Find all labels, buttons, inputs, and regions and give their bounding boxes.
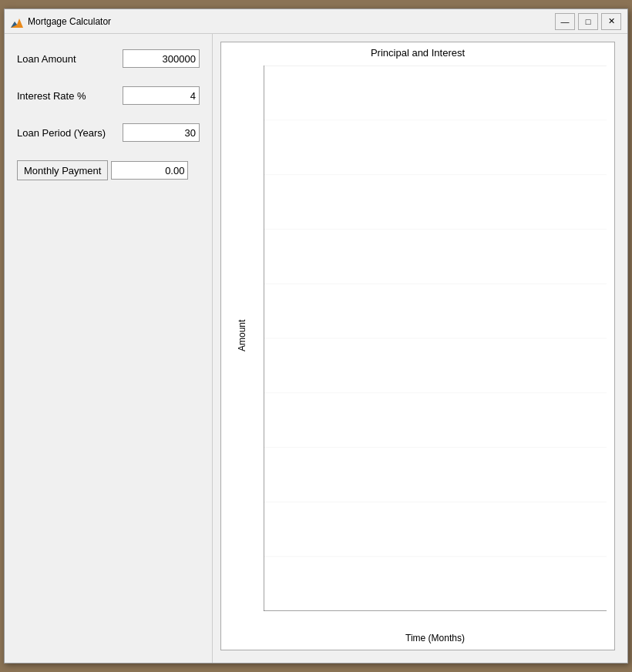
left-panel: Loan Amount Interest Rate % Loan Period …	[5, 34, 213, 663]
loan-period-label: Loan Period (Years)	[17, 127, 106, 139]
loan-amount-input[interactable]	[123, 49, 200, 68]
monthly-payment-row: Monthly Payment	[17, 160, 200, 180]
app-icon	[11, 15, 23, 28]
title-bar: Mortgage Calculator — □ ✕	[5, 9, 627, 34]
chart-container: Principal and Interest Amount Time (Mont…	[220, 42, 615, 650]
monthly-payment-result[interactable]	[111, 161, 188, 180]
title-bar-controls: — □ ✕	[555, 13, 621, 30]
interest-rate-label: Interest Rate %	[17, 90, 86, 102]
interest-rate-row: Interest Rate %	[17, 86, 200, 105]
loan-period-row: Loan Period (Years)	[17, 123, 200, 142]
main-window: Mortgage Calculator — □ ✕ Loan Amount In…	[4, 8, 628, 664]
minimize-button[interactable]: —	[555, 13, 575, 30]
y-axis-label: Amount	[237, 320, 247, 351]
title-bar-left: Mortgage Calculator	[11, 15, 111, 28]
chart-title: Principal and Interest	[221, 47, 614, 59]
chart-svg: 1 0.9 0.8 0.7 0.6 0.5 0.4	[264, 66, 607, 611]
x-axis-label: Time (Months)	[264, 633, 607, 643]
interest-rate-input[interactable]	[123, 86, 200, 105]
window-content: Loan Amount Interest Rate % Loan Period …	[5, 34, 627, 663]
loan-amount-label: Loan Amount	[17, 53, 76, 65]
loan-period-input[interactable]	[123, 123, 200, 142]
monthly-payment-button[interactable]: Monthly Payment	[17, 160, 108, 180]
loan-amount-row: Loan Amount	[17, 49, 200, 68]
window-title: Mortgage Calculator	[28, 16, 111, 27]
chart-inner: Principal and Interest Amount Time (Mont…	[221, 42, 614, 650]
close-button[interactable]: ✕	[601, 13, 621, 30]
right-panel: Principal and Interest Amount Time (Mont…	[213, 34, 627, 663]
maximize-button[interactable]: □	[578, 13, 598, 30]
